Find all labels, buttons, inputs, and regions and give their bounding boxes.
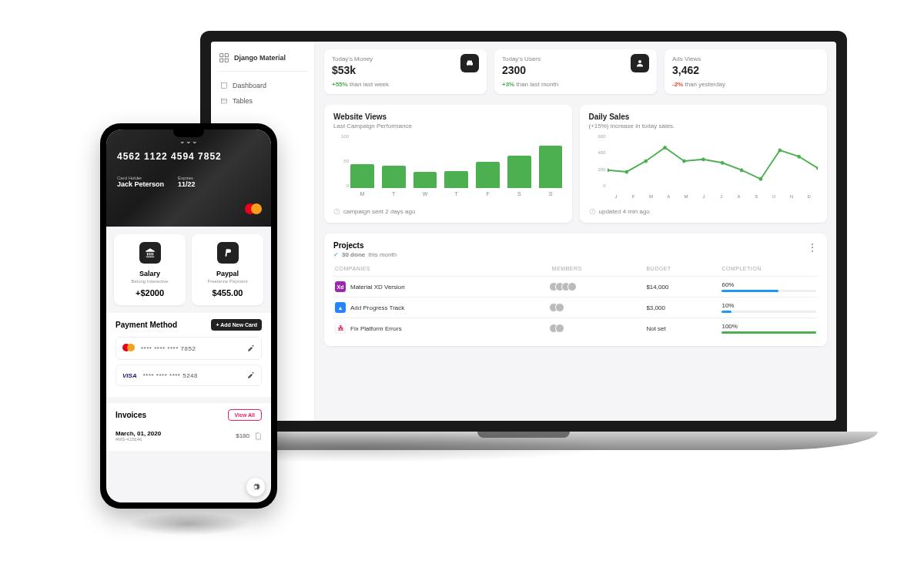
summary-blocks: Salary Belong Interactive +$2000 Paypal … — [106, 227, 271, 313]
nav-label: Dashboard — [233, 82, 266, 89]
block-sub: Freelance Payment — [196, 279, 259, 284]
svg-point-15 — [720, 161, 724, 165]
y-axis: 6004002000 — [589, 134, 606, 188]
invoices-section: Invoices View All March, 01, 2020 #MS-41… — [106, 403, 271, 451]
more-menu-button[interactable]: ⋮ — [807, 241, 818, 254]
svg-point-13 — [682, 160, 686, 163]
nav-label: Tables — [233, 97, 253, 105]
members — [552, 324, 647, 333]
members — [552, 282, 647, 291]
table-row[interactable]: ▲Add Progress Track$3,00010% — [333, 297, 818, 318]
dashboard-nav-icon — [220, 82, 228, 89]
salary-block[interactable]: Salary Belong Interactive +$2000 — [114, 234, 186, 305]
card-mask: **** **** **** 7852 — [141, 345, 241, 352]
stat-value: 3,462 — [672, 64, 819, 76]
card-number: 4562 1122 4594 7852 — [117, 151, 260, 162]
avatar — [555, 303, 564, 312]
company-icon: ⁂ — [335, 323, 346, 334]
clock-icon — [333, 208, 340, 215]
stat-card-money: Today's Money $53k +55% than last week — [324, 49, 487, 94]
edit-icon[interactable] — [247, 371, 255, 379]
stat-label: Ads Views — [672, 55, 819, 62]
table-row[interactable]: ⁂Fix Platform ErrorsNot set100% — [333, 318, 818, 338]
company-name: Material XD Version — [350, 284, 405, 291]
clock-icon — [589, 208, 596, 215]
wifi-icon: ⌄⌄⌄ — [179, 137, 198, 145]
svg-point-18 — [778, 149, 782, 153]
invoice-amount: $180 — [236, 432, 249, 439]
table-row[interactable]: XdMaterial XD Version$14,00060% — [333, 276, 818, 297]
svg-point-19 — [797, 155, 801, 159]
stat-change: +3% than last month — [502, 81, 649, 88]
bar — [382, 166, 406, 188]
svg-point-14 — [701, 157, 705, 161]
svg-point-7 — [638, 60, 641, 63]
card-meta: Card Holder Jack Peterson Expires 11/22 — [117, 176, 260, 188]
invoice-date: March, 01, 2020 — [116, 430, 161, 437]
bar-chart: 100500 MTWTFSS — [333, 134, 563, 203]
company-name: Fix Platform Errors — [350, 325, 402, 332]
payment-card-row[interactable]: **** **** **** 7852 — [116, 337, 262, 360]
laptop-bezel: Django Material Dashboard Tables Today's… — [200, 31, 847, 432]
budget: $14,000 — [646, 284, 721, 291]
dashboard-icon — [219, 52, 229, 63]
svg-point-10 — [624, 170, 628, 174]
credit-card: ⌄⌄⌄ 4562 1122 4594 7852 Card Holder Jack… — [106, 129, 271, 227]
paypal-block[interactable]: Paypal Freelance Payment $455.00 — [192, 234, 263, 305]
phone-mockup: ⌄⌄⌄ 4562 1122 4594 7852 Card Holder Jack… — [100, 123, 277, 509]
stat-change: -2% than yesterday — [672, 81, 819, 88]
tables-nav-icon — [220, 97, 228, 105]
block-value: $455.00 — [196, 288, 259, 297]
projects-subtitle: ✓ 30 done this month — [333, 251, 397, 258]
invoice-row[interactable]: March, 01, 2020 #MS-415646 $180 — [116, 427, 262, 445]
stat-value: $53k — [332, 64, 479, 76]
section-title: Invoices — [116, 411, 146, 419]
chart-card-daily-sales: Daily Sales (+15%) increase in today sal… — [580, 105, 828, 223]
completion: 10% — [721, 302, 816, 313]
projects-title: Projects — [333, 241, 397, 250]
projects-table: COMPANIES MEMBERS BUDGET COMPLETION XdMa… — [333, 266, 818, 338]
main-content: Today's Money $53k +55% than last week T… — [315, 42, 836, 421]
view-all-button[interactable]: View All — [228, 409, 262, 421]
chart-title: Website Views — [333, 113, 563, 121]
paypal-icon — [217, 242, 239, 264]
section-title: Payment Method — [116, 321, 177, 329]
completion: 60% — [721, 281, 816, 292]
completion: 100% — [721, 323, 816, 334]
svg-rect-1 — [225, 54, 228, 57]
stat-card-ads: Ads Views 3,462 -2% than yesterday — [665, 49, 827, 94]
stat-value: 2300 — [502, 64, 649, 76]
person-icon — [631, 54, 649, 72]
chart-title: Daily Sales — [589, 113, 819, 121]
sidebar-item-dashboard[interactable]: Dashboard — [217, 78, 308, 93]
visa-icon: VISA — [122, 372, 137, 379]
add-card-button[interactable]: + Add New Card — [211, 319, 262, 331]
company-icon: Xd — [335, 281, 346, 292]
block-sub: Belong Interactive — [119, 279, 181, 284]
edit-icon[interactable] — [247, 344, 255, 352]
stat-label: Today's Money — [332, 55, 479, 62]
budget: $3,000 — [646, 304, 721, 311]
invoice-id: #MS-415646 — [116, 437, 161, 442]
svg-point-16 — [739, 168, 743, 172]
phone-shadow — [127, 512, 250, 536]
pdf-icon[interactable] — [254, 432, 262, 440]
chart-footer: updated 4 min ago — [589, 208, 819, 215]
company-name: Add Progress Track — [350, 304, 404, 311]
svg-point-11 — [644, 160, 648, 163]
sidebar-item-tables[interactable]: Tables — [217, 93, 308, 109]
projects-card: Projects ✓ 30 done this month ⋮ COMPANIE… — [324, 234, 827, 346]
chart-footer: campaign sent 2 days ago — [333, 208, 563, 215]
mastercard-icon — [122, 344, 135, 353]
bar — [350, 164, 374, 189]
block-title: Paypal — [196, 270, 259, 277]
check-icon: ✓ — [333, 251, 339, 258]
bar — [444, 171, 468, 188]
svg-rect-4 — [221, 82, 227, 89]
brand-label: Django Material — [234, 54, 286, 62]
settings-fab[interactable] — [246, 478, 265, 496]
payment-card-row[interactable]: VISA **** **** **** 5248 — [116, 365, 262, 386]
brand[interactable]: Django Material — [217, 49, 308, 72]
svg-point-17 — [758, 177, 762, 181]
chart-card-website-views: Website Views Last Campaign Performance … — [324, 105, 572, 223]
